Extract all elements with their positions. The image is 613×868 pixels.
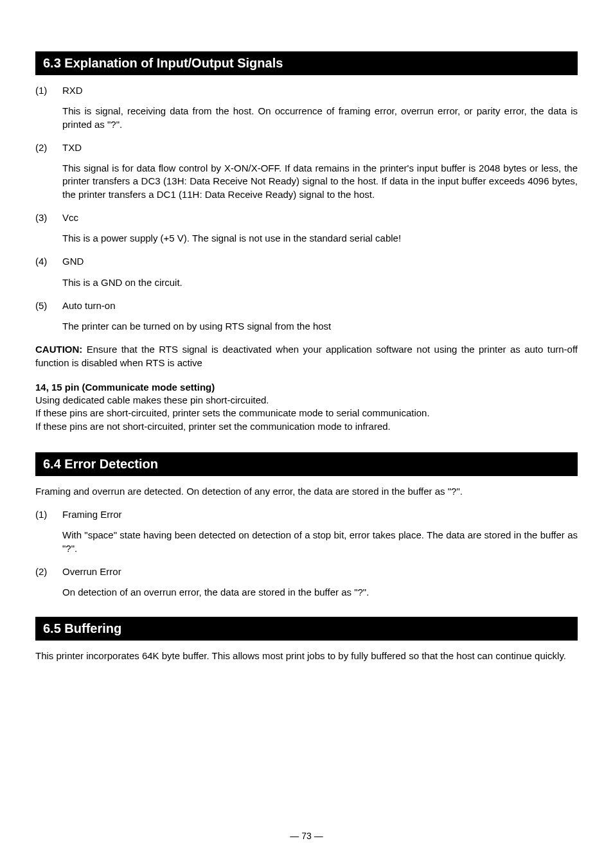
item-number: (1) — [35, 84, 62, 97]
item-title: Auto turn-on — [62, 299, 578, 312]
item-title: Overrun Error — [62, 565, 578, 578]
section-6-4-header: 6.4 Error Detection — [35, 452, 578, 476]
section-6-4-intro: Framing and overrun are detected. On det… — [35, 485, 578, 498]
pins-line: If these pins are not short-circuited, p… — [35, 420, 578, 433]
section-6-5-header: 6.5 Buffering — [35, 617, 578, 641]
item-number: (2) — [35, 141, 62, 154]
section-6-3: 6.3 Explanation of Input/Output Signals … — [35, 51, 578, 433]
item-framing-error: (1) Framing Error With "space" state hav… — [35, 508, 578, 555]
item-number: (1) — [35, 508, 62, 521]
caution-block: CAUTION: Ensure that the RTS signal is d… — [35, 343, 578, 369]
item-body: This is a GND on the circuit. — [62, 276, 578, 289]
item-body: On detection of an overrun error, the da… — [62, 586, 578, 599]
caution-label: CAUTION: — [35, 344, 82, 355]
item-title: Vcc — [62, 211, 578, 224]
item-number: (4) — [35, 255, 62, 268]
item-rxd: (1) RXD This is signal, receiving data f… — [35, 84, 578, 131]
item-auto-turn-on: (5) Auto turn-on The printer can be turn… — [35, 299, 578, 333]
pins-line: If these pins are short-circuited, print… — [35, 407, 578, 420]
item-body: This is a power supply (+5 V). The signa… — [62, 232, 578, 245]
section-6-5-body: This printer incorporates 64K byte buffe… — [35, 650, 578, 662]
item-overrun-error: (2) Overrun Error On detection of an ove… — [35, 565, 578, 599]
item-title: RXD — [62, 84, 578, 97]
item-number: (5) — [35, 299, 62, 312]
item-gnd: (4) GND This is a GND on the circuit. — [35, 255, 578, 289]
section-6-4: 6.4 Error Detection Framing and overrun … — [35, 452, 578, 599]
item-title: Framing Error — [62, 508, 578, 521]
pins-block: 14, 15 pin (Communicate mode setting) Us… — [35, 381, 578, 433]
pins-line: Using dedicated cable makes these pin sh… — [35, 394, 578, 407]
item-vcc: (3) Vcc This is a power supply (+5 V). T… — [35, 211, 578, 245]
item-number: (3) — [35, 211, 62, 224]
item-body: With "space" state having been detected … — [62, 529, 578, 555]
item-title: GND — [62, 255, 578, 268]
pins-title: 14, 15 pin (Communicate mode setting) — [35, 381, 578, 394]
item-body: This signal is for data flow control by … — [62, 162, 578, 201]
item-body: The printer can be turned on by using RT… — [62, 320, 578, 333]
item-title: TXD — [62, 141, 578, 154]
section-6-5: 6.5 Buffering This printer incorporates … — [35, 617, 578, 662]
page-number: — 73 — — [0, 830, 613, 842]
item-number: (2) — [35, 565, 62, 578]
caution-text: Ensure that the RTS signal is deactivate… — [35, 344, 578, 368]
section-6-3-header: 6.3 Explanation of Input/Output Signals — [35, 51, 578, 75]
item-body: This is signal, receiving data from the … — [62, 105, 578, 131]
item-txd: (2) TXD This signal is for data flow con… — [35, 141, 578, 201]
